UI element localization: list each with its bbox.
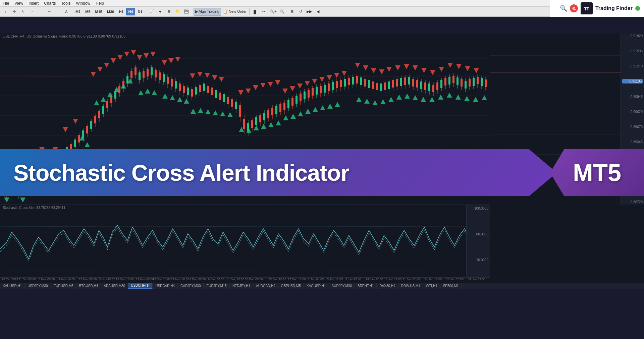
tab-sp500-m1[interactable]: SP500,M1 [440,283,462,289]
line-chart-btn[interactable]: 〜 [260,8,268,16]
fib-btn[interactable]: ⌒ [54,8,62,16]
y-label-3: 0.91270 [622,64,643,68]
x-label-1: 31 Oct 08:00 [18,278,36,281]
tf-m15[interactable]: M15 [93,8,104,15]
svg-rect-228 [320,86,322,93]
svg-rect-69 [98,111,100,118]
arrow-btn[interactable]: ↖ [19,8,27,16]
hline-btn[interactable]: ─ [36,8,44,16]
tab-audjpy-m30[interactable]: AUDJPY,M30 [329,283,355,289]
toolbar: + ✛ ↖ ⟋ ─ ✏ ⌒ A M1 M5 M15 M30 H1 H4 D1 📈… [0,7,644,17]
brand-area: 🔍 41 TF Trading Finder [550,0,644,17]
notification-badge[interactable]: 41 [570,4,578,12]
refresh-btn[interactable]: ↺ [297,8,305,16]
tab-usdjpy-m30[interactable]: USDJPY,M30 [25,283,51,289]
svg-rect-141 [191,89,193,97]
svg-rect-242 [348,78,350,85]
bar-chart-btn[interactable]: ▐▌ [251,8,259,16]
svg-rect-190 [267,110,269,118]
svg-rect-234 [332,82,334,90]
forward-btn[interactable]: ▶▶ [305,8,313,16]
svg-rect-265 [360,77,362,85]
grid-btn[interactable]: ⊞ [288,8,296,16]
svg-rect-214 [291,98,293,106]
tf-m5[interactable]: M5 [83,8,92,15]
svg-rect-188 [263,113,265,120]
y-label-1: 0.91920 [622,34,643,38]
chart-type-btn[interactable]: 📈 [148,8,156,16]
zoom-out-btn[interactable]: 🔍- [278,8,287,16]
y-label-2: 0.91595 [622,49,643,53]
sep1 [72,8,72,15]
menu-view[interactable]: View [14,1,23,6]
crosshair-btn[interactable]: ✛ [10,8,18,16]
tab-gbpusd-m5[interactable]: GBPUSD,M5 [278,283,304,289]
tab-btcusd-h4[interactable]: BTCUSD,H4 [76,283,101,289]
algo-trading-btn[interactable]: ▶ Algo Trading [194,8,221,16]
templates-btn[interactable]: ⊞ [165,8,173,16]
line-btn[interactable]: ⟋ [28,8,36,16]
svg-rect-238 [340,80,342,87]
new-chart-btn[interactable]: + [1,8,9,16]
tab-xagusd-h1[interactable]: XAGUSD,H1 [304,283,329,289]
brand-logo: TF Trading Finder [581,2,633,14]
sep2 [146,8,146,15]
tf-m1[interactable]: M1 [73,8,83,15]
svg-rect-122 [167,77,169,84]
save-btn[interactable]: 💾 [182,8,191,16]
menu-file[interactable]: File [3,1,9,6]
tab-cadjpy-m30[interactable]: CADJPY,M30 [178,283,204,289]
svg-rect-192 [271,108,273,115]
menu-tools[interactable]: Tools [61,1,71,6]
tab-dax30-h1[interactable]: DAX30,H1 [377,283,398,289]
tf-h1[interactable]: H1 [117,8,125,15]
tab-wti-h1[interactable]: WTI,H1 [423,283,440,289]
x-label-10: 4 Dec 08:00 [190,278,206,281]
tf-m30[interactable]: M30 [105,8,116,15]
tab-audcad-h4[interactable]: AUDCAD,H4 [253,283,278,289]
svg-rect-178 [243,119,245,129]
x-label-21: 21 Jan 12:00 [402,278,420,281]
svg-rect-303 [436,82,438,90]
svg-rect-323 [477,77,479,84]
x-label-14: 23 Dec 16:00 [268,278,286,281]
svg-text:TF: TF [584,7,589,11]
zoom-in-btn[interactable]: 🔍+ [268,8,278,16]
open-btn[interactable]: 📁 [174,8,182,16]
tab-usdcad-h4[interactable]: USDCAD,H4 [153,283,178,289]
brand-name: Trading Finder [595,5,633,11]
tab-eurusd-m5[interactable]: EURUSD,M5 [51,283,76,289]
tab-eurjpy-m15[interactable]: EURJPY,M15 [204,283,229,289]
svg-rect-281 [392,80,394,88]
chart-type-dropdown[interactable]: ▼ [156,8,164,16]
x-label-3: 7 Nov 16:00 [59,278,75,281]
svg-rect-212 [287,100,289,108]
new-order-btn[interactable]: 📋 New Order [222,8,248,16]
tf-d1[interactable]: D1 [136,8,145,15]
menu-charts[interactable]: Charts [44,1,56,6]
tab-dow-m1[interactable]: DOW.US,M1 [398,283,423,289]
svg-rect-271 [372,81,374,89]
tab-usdchf-h4[interactable]: USDCHF,H4 [128,283,153,289]
tab-xauusd-h1[interactable]: XAUUSD,H1 [0,283,25,289]
svg-rect-87 [135,67,137,75]
svg-rect-279 [388,81,390,89]
svg-rect-232 [328,83,330,91]
menu-help[interactable]: Help [96,1,104,6]
tf-h4[interactable]: H4 [126,8,135,15]
search-icon[interactable]: 🔍 [560,5,567,12]
menu-window[interactable]: Window [76,1,91,6]
text-btn[interactable]: A [62,8,70,16]
tab-adausd-m30[interactable]: ADAUSD,M30 [101,283,128,289]
menu-insert[interactable]: Insert [29,1,39,6]
svg-rect-293 [416,80,418,88]
x-label-4: 12 Nov 08:00 [79,278,97,281]
draw-tools-btn[interactable]: ✏ [45,8,53,16]
stoch-y-20: 20.0000 [468,258,488,262]
tab-nzdjpy-h1[interactable]: NZDJPY,H1 [230,283,253,289]
x-label-11: 9 Dec 00:00 [208,278,224,281]
tab-brent-h1[interactable]: BRENT,H1 [355,283,377,289]
back-btn[interactable]: ◀ [314,8,322,16]
svg-rect-184 [255,117,257,125]
x-label-20: 16 Jan 12:00 [384,278,401,281]
